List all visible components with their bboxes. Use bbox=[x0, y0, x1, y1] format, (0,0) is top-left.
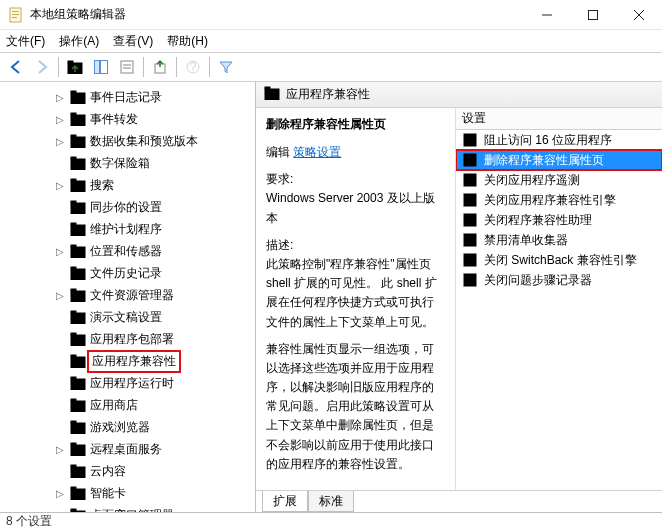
tree-item-label: 同步你的设置 bbox=[90, 199, 162, 216]
requirement-value: Windows Server 2003 及以上版本 bbox=[266, 191, 435, 224]
folder-icon bbox=[70, 200, 86, 214]
list-item[interactable]: 禁用清单收集器 bbox=[456, 230, 662, 250]
list-column-header[interactable]: 设置 bbox=[456, 108, 662, 130]
edit-policy-link[interactable]: 策略设置 bbox=[293, 145, 341, 159]
tree-item[interactable]: ▷远程桌面服务 bbox=[0, 438, 255, 460]
folder-icon bbox=[70, 266, 86, 280]
description-text-2: 兼容性属性页显示一组选项，可以选择这些选项并应用于应用程序，以解决影响旧版应用程… bbox=[266, 340, 445, 474]
folder-icon bbox=[70, 332, 86, 346]
svg-rect-11 bbox=[589, 10, 598, 19]
tree-item-label: 智能卡 bbox=[90, 485, 126, 502]
tree-item[interactable]: 数字保险箱 bbox=[0, 152, 255, 174]
list-item[interactable]: 删除程序兼容性属性页 bbox=[456, 150, 662, 170]
tree-item[interactable]: 应用商店 bbox=[0, 394, 255, 416]
list-item[interactable]: 关闭应用程序兼容性引擎 bbox=[456, 190, 662, 210]
chevron-right-icon[interactable]: ▷ bbox=[54, 488, 66, 499]
list-item[interactable]: 阻止访问 16 位应用程序 bbox=[456, 130, 662, 150]
chevron-right-icon[interactable]: ▷ bbox=[54, 290, 66, 301]
toolbar: ? bbox=[0, 52, 662, 82]
tab-extended[interactable]: 扩展 bbox=[262, 491, 308, 512]
menu-action[interactable]: 操作(A) bbox=[59, 33, 99, 50]
tree-item[interactable]: ▷文件资源管理器 bbox=[0, 284, 255, 306]
folder-icon bbox=[70, 464, 86, 478]
status-text: 8 个设置 bbox=[6, 513, 52, 530]
tree-item[interactable]: 云内容 bbox=[0, 460, 255, 482]
tree-item[interactable]: ▷搜索 bbox=[0, 174, 255, 196]
menu-view[interactable]: 查看(V) bbox=[113, 33, 153, 50]
list-item[interactable]: 关闭应用程序遥测 bbox=[456, 170, 662, 190]
tree-item[interactable]: 应用程序兼容性 bbox=[0, 350, 255, 372]
folder-icon bbox=[70, 134, 86, 148]
tab-bar: 扩展 标准 bbox=[256, 490, 662, 512]
titlebar: 本地组策略编辑器 bbox=[0, 0, 662, 30]
tree-item[interactable]: 游戏浏览器 bbox=[0, 416, 255, 438]
svg-rect-16 bbox=[121, 61, 133, 73]
tree-item[interactable]: 应用程序运行时 bbox=[0, 372, 255, 394]
tree-item[interactable]: 维护计划程序 bbox=[0, 218, 255, 240]
list-item-label: 关闭程序兼容性助理 bbox=[484, 212, 592, 229]
tree-item-label: 数字保险箱 bbox=[90, 155, 150, 172]
tree-item-label: 应用商店 bbox=[90, 397, 138, 414]
folder-icon bbox=[70, 288, 86, 302]
menu-file[interactable]: 文件(F) bbox=[6, 33, 45, 50]
separator bbox=[209, 57, 210, 77]
chevron-right-icon[interactable]: ▷ bbox=[54, 246, 66, 257]
content-header-title: 应用程序兼容性 bbox=[286, 86, 370, 103]
up-button[interactable] bbox=[63, 55, 87, 79]
tree-item[interactable]: ▷数据收集和预览版本 bbox=[0, 130, 255, 152]
tree-item-label: 数据收集和预览版本 bbox=[90, 133, 198, 150]
list-item[interactable]: 关闭问题步骤记录器 bbox=[456, 270, 662, 290]
folder-icon bbox=[70, 508, 86, 512]
tree-item[interactable]: ▷事件转发 bbox=[0, 108, 255, 130]
tree-item[interactable]: 演示文稿设置 bbox=[0, 306, 255, 328]
policy-icon bbox=[462, 272, 478, 288]
properties-button[interactable] bbox=[115, 55, 139, 79]
tree-item[interactable]: ▷智能卡 bbox=[0, 482, 255, 504]
statusbar: 8 个设置 bbox=[0, 512, 662, 530]
tree-item[interactable]: ▷桌面窗口管理器 bbox=[0, 504, 255, 512]
tree-item[interactable]: 应用程序包部署 bbox=[0, 328, 255, 350]
tree-item[interactable]: 文件历史记录 bbox=[0, 262, 255, 284]
tree-item-label: 远程桌面服务 bbox=[90, 441, 162, 458]
tree-item-label: 位置和传感器 bbox=[90, 243, 162, 260]
folder-icon bbox=[70, 244, 86, 258]
tree-item[interactable]: ▷位置和传感器 bbox=[0, 240, 255, 262]
chevron-right-icon[interactable]: ▷ bbox=[54, 444, 66, 455]
maximize-button[interactable] bbox=[570, 0, 616, 30]
export-button[interactable] bbox=[148, 55, 172, 79]
detail-title: 删除程序兼容性属性页 bbox=[266, 116, 445, 133]
chevron-right-icon[interactable]: ▷ bbox=[54, 114, 66, 125]
tree-item-label: 演示文稿设置 bbox=[90, 309, 162, 326]
chevron-right-icon[interactable]: ▷ bbox=[54, 510, 66, 513]
tree-item-label: 游戏浏览器 bbox=[90, 419, 150, 436]
minimize-button[interactable] bbox=[524, 0, 570, 30]
list-item[interactable]: 关闭程序兼容性助理 bbox=[456, 210, 662, 230]
list-item[interactable]: 关闭 SwitchBack 兼容性引擎 bbox=[456, 250, 662, 270]
folder-icon bbox=[70, 398, 86, 412]
tab-standard[interactable]: 标准 bbox=[308, 491, 354, 512]
menu-help[interactable]: 帮助(H) bbox=[167, 33, 208, 50]
list-item-label: 阻止访问 16 位应用程序 bbox=[484, 132, 612, 149]
tree-item[interactable]: 同步你的设置 bbox=[0, 196, 255, 218]
content-pane: 应用程序兼容性 删除程序兼容性属性页 编辑 策略设置 要求: Windows S… bbox=[256, 82, 662, 512]
back-button[interactable] bbox=[4, 55, 28, 79]
tree-scroll[interactable]: ▷事件日志记录▷事件转发▷数据收集和预览版本数字保险箱▷搜索同步你的设置维护计划… bbox=[0, 82, 255, 512]
chevron-right-icon[interactable]: ▷ bbox=[54, 136, 66, 147]
help-button[interactable]: ? bbox=[181, 55, 205, 79]
chevron-right-icon[interactable]: ▷ bbox=[54, 92, 66, 103]
close-button[interactable] bbox=[616, 0, 662, 30]
show-hide-tree-button[interactable] bbox=[89, 55, 113, 79]
requirement-label: 要求: bbox=[266, 172, 293, 186]
list-item-label: 关闭问题步骤记录器 bbox=[484, 272, 592, 289]
filter-button[interactable] bbox=[214, 55, 238, 79]
tree-item[interactable]: ▷事件日志记录 bbox=[0, 86, 255, 108]
menubar: 文件(F) 操作(A) 查看(V) 帮助(H) bbox=[0, 30, 662, 52]
tree-item-label: 维护计划程序 bbox=[90, 221, 162, 238]
chevron-right-icon[interactable]: ▷ bbox=[54, 180, 66, 191]
policy-icon bbox=[462, 172, 478, 188]
forward-button[interactable] bbox=[30, 55, 54, 79]
folder-icon bbox=[70, 376, 86, 390]
tree: ▷事件日志记录▷事件转发▷数据收集和预览版本数字保险箱▷搜索同步你的设置维护计划… bbox=[0, 82, 255, 512]
tree-item-label: 桌面窗口管理器 bbox=[90, 507, 174, 513]
separator bbox=[143, 57, 144, 77]
